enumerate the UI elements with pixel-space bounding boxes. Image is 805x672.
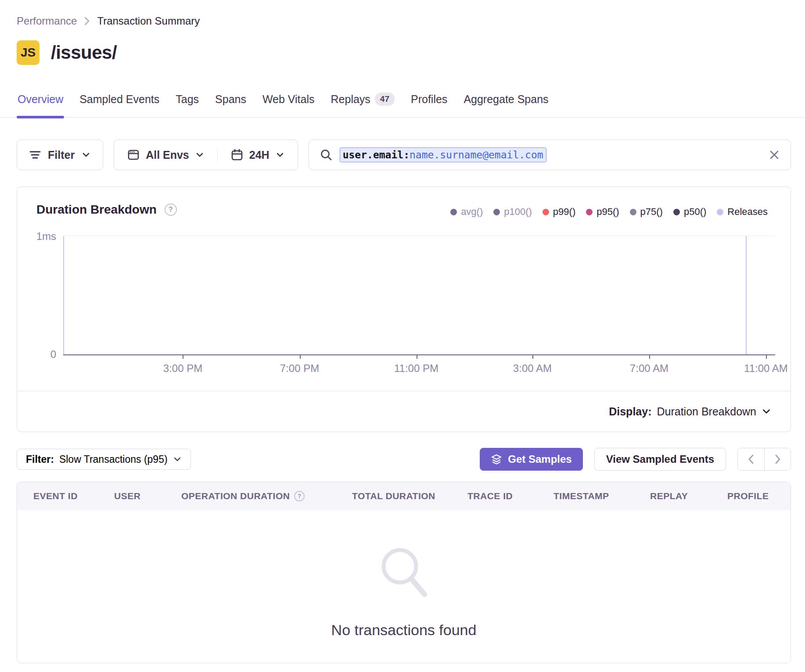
replays-count-badge: 47 — [375, 93, 395, 106]
chevron-down-icon — [276, 150, 284, 159]
legend-dot — [586, 209, 593, 215]
platform-badge-js: JS — [17, 40, 40, 65]
filter-bar: Filter All Envs 24H — [17, 139, 791, 170]
y-axis-label-zero: 0 — [50, 348, 56, 361]
tab-web-vitals[interactable]: Web Vitals — [262, 90, 316, 117]
display-selector[interactable]: Duration Breakdown — [657, 405, 771, 418]
search-icon — [320, 148, 333, 161]
date-range-selector[interactable]: 24H — [217, 149, 298, 161]
empty-state-message: No transactions found — [331, 622, 477, 639]
env-date-button-group: All Envs 24H — [114, 139, 298, 170]
page-title: /issues/ — [51, 42, 117, 63]
previous-page-button[interactable] — [738, 448, 764, 470]
page-header: JS /issues/ — [17, 40, 117, 65]
breadcrumb-transaction-summary: Transaction Summary — [97, 15, 200, 27]
chart-footer: Display: Duration Breakdown — [17, 391, 791, 432]
x-axis-label: 3:00 AM — [513, 362, 552, 375]
legend-dot — [630, 209, 636, 215]
display-label: Display: — [609, 405, 651, 418]
transactions-filter-dropdown[interactable]: Filter: Slow Transactions (p95) — [17, 449, 191, 470]
transactions-table: EVENT ID USER OPERATION DURATION ? TOTAL… — [17, 482, 791, 663]
chevron-down-icon — [762, 407, 771, 416]
layers-icon — [491, 454, 502, 465]
search-query-token[interactable]: user.email: name.surname@email.com — [340, 147, 546, 162]
tab-profiles[interactable]: Profiles — [410, 90, 448, 117]
x-axis-tick — [649, 354, 650, 359]
legend-item-p75[interactable]: p75() — [630, 206, 663, 218]
x-axis-label: 7:00 AM — [630, 362, 668, 375]
chevron-right-icon — [84, 16, 90, 26]
column-profile: PROFILE — [727, 491, 791, 501]
next-page-button[interactable] — [764, 448, 791, 470]
duration-breakdown-card: Duration Breakdown ? avg() p100() p99() … — [17, 186, 791, 432]
table-empty-state: No transactions found — [17, 510, 791, 663]
environment-selector[interactable]: All Envs — [114, 149, 217, 161]
x-axis-tick — [417, 354, 417, 359]
x-axis-tick — [532, 354, 533, 359]
legend-dot — [543, 209, 549, 215]
calendar-icon — [231, 149, 243, 161]
legend-item-releases[interactable]: Releases — [717, 206, 768, 218]
x-axis-label: 11:00 AM — [744, 362, 788, 375]
release-marker-line[interactable] — [63, 236, 64, 354]
token-value: name.surname@email.com — [410, 149, 543, 161]
clear-search-icon[interactable] — [769, 149, 780, 161]
filter-icon — [29, 150, 41, 160]
help-icon[interactable]: ? — [165, 204, 177, 216]
legend-dot — [717, 209, 723, 215]
legend-item-p100[interactable]: p100() — [493, 206, 532, 218]
column-event-id: EVENT ID — [33, 491, 114, 501]
release-marker-line[interactable] — [746, 236, 747, 354]
samples-toolbar: Filter: Slow Transactions (p95) Get Samp… — [17, 448, 791, 471]
legend-item-avg[interactable]: avg() — [450, 206, 483, 218]
empty-search-icon — [377, 546, 431, 600]
chart-title: Duration Breakdown — [36, 203, 157, 217]
tab-spans[interactable]: Spans — [214, 90, 247, 117]
column-trace-id: TRACE ID — [467, 491, 553, 501]
pagination — [737, 448, 791, 471]
x-axis-tick — [766, 354, 767, 359]
search-input[interactable]: user.email: name.surname@email.com — [309, 139, 791, 170]
filter-button[interactable]: Filter — [17, 139, 103, 170]
column-operation-duration: OPERATION DURATION ? — [181, 491, 352, 501]
chevron-down-icon — [195, 150, 204, 159]
token-key: user.email: — [343, 149, 410, 161]
x-axis-tick — [183, 354, 183, 359]
x-axis-label: 3:00 PM — [163, 362, 202, 375]
legend-item-p50[interactable]: p50() — [673, 206, 706, 218]
column-user: USER — [114, 491, 181, 501]
tab-bar: Overview Sampled Events Tags Spans Web V… — [0, 90, 805, 118]
breadcrumb-performance[interactable]: Performance — [17, 15, 77, 27]
tab-overview[interactable]: Overview — [17, 90, 64, 117]
legend-item-p95[interactable]: p95() — [586, 206, 619, 218]
x-axis-label: 11:00 PM — [394, 362, 438, 375]
legend-item-p99[interactable]: p99() — [543, 206, 575, 218]
chart-legend: avg() p100() p99() p95() p75() p50() Rel… — [450, 206, 768, 218]
view-sampled-events-button[interactable]: View Sampled Events — [594, 448, 726, 471]
column-total-duration: TOTAL DURATION — [352, 491, 467, 501]
chart-plot-area[interactable]: 1ms 0 3:00 PM 7:00 PM 11:00 PM 3:00 AM 7… — [63, 236, 775, 355]
get-samples-button[interactable]: Get Samples — [480, 448, 582, 471]
legend-dot — [673, 209, 680, 215]
legend-dot — [450, 209, 457, 215]
chevron-down-icon — [173, 455, 182, 464]
tab-aggregate-spans[interactable]: Aggregate Spans — [463, 90, 549, 117]
x-axis-label: 7:00 PM — [280, 362, 319, 375]
tab-sampled-events[interactable]: Sampled Events — [79, 90, 160, 117]
x-axis-tick — [300, 354, 301, 359]
table-header-row: EVENT ID USER OPERATION DURATION ? TOTAL… — [17, 482, 791, 510]
chevron-down-icon — [82, 150, 90, 159]
help-icon[interactable]: ? — [294, 491, 305, 501]
y-axis-label-max: 1ms — [36, 230, 56, 243]
legend-dot — [493, 209, 500, 215]
tab-tags[interactable]: Tags — [175, 90, 200, 117]
tab-replays[interactable]: Replays 47 — [330, 90, 395, 117]
column-replay: REPLAY — [650, 491, 727, 501]
breadcrumb: Performance Transaction Summary — [17, 15, 200, 27]
column-timestamp: TIMESTAMP — [553, 491, 650, 501]
window-icon — [127, 149, 140, 161]
